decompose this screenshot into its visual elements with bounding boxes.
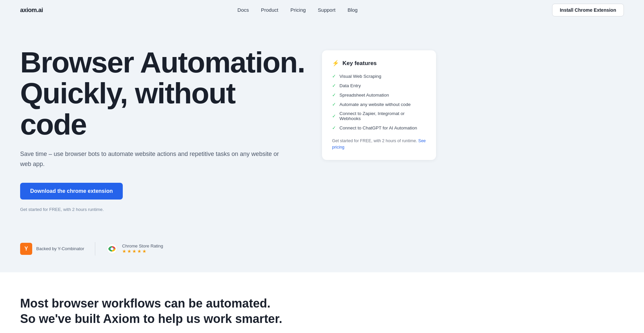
bottom-headline: Most browser workflows can be automated.… — [20, 296, 624, 327]
feature-label-3: Spreadsheet Automation — [339, 93, 389, 98]
chrome-badge: Chrome Store Rating ★★★★★ — [106, 243, 163, 255]
lightning-icon: ⚡ — [332, 60, 339, 67]
nav-item-docs[interactable]: Docs — [237, 7, 249, 13]
hero-subtext: Save time – use browser bots to automate… — [20, 149, 282, 169]
yc-badge: Y Backed by Y-Combinator — [20, 243, 84, 255]
check-icon-1: ✓ — [332, 73, 336, 79]
yc-icon: Y — [20, 243, 32, 255]
hero-left: Browser Automation. Quickly, without cod… — [20, 47, 322, 212]
check-icon-6: ✓ — [332, 125, 336, 130]
feature-label-5: Connect to Zapier, Integromat or Webhook… — [339, 111, 426, 121]
bottom-headline-line2: So we've built Axiom to help us work sma… — [20, 312, 282, 326]
feature-item-6: ✓ Connect to ChatGPT for AI Automation — [332, 125, 426, 130]
key-features-heading: Key features — [342, 60, 377, 67]
download-extension-button[interactable]: Download the chrome extension — [20, 183, 123, 200]
feature-item-2: ✓ Data Entry — [332, 83, 426, 88]
nav-links: Docs Product Pricing Support Blog — [237, 7, 358, 13]
nav-item-blog[interactable]: Blog — [347, 7, 358, 13]
hero-headline-line1: Browser Automation. — [20, 46, 305, 79]
hero-headline-line2: Quickly, without code — [20, 76, 235, 141]
check-icon-4: ✓ — [332, 102, 336, 107]
check-icon-3: ✓ — [332, 92, 336, 98]
nav-item-support[interactable]: Support — [318, 7, 336, 13]
logo[interactable]: axiom.ai — [20, 7, 43, 14]
feature-label-4: Automate any website without code — [339, 102, 411, 107]
bottom-headline-line1: Most browser workflows can be automated. — [20, 296, 270, 310]
feature-list: ✓ Visual Web Scraping ✓ Data Entry ✓ Spr… — [332, 73, 426, 130]
feature-label-1: Visual Web Scraping — [339, 74, 381, 79]
check-icon-5: ✓ — [332, 113, 336, 119]
nav-item-pricing[interactable]: Pricing — [290, 7, 306, 13]
feature-item-3: ✓ Spreadsheet Automation — [332, 92, 426, 98]
badges-section: Y Backed by Y-Combinator Chrome Store Ra… — [0, 232, 644, 272]
feature-item-4: ✓ Automate any website without code — [332, 102, 426, 107]
feature-item-5: ✓ Connect to Zapier, Integromat or Webho… — [332, 111, 426, 121]
bottom-section: Most browser workflows can be automated.… — [0, 272, 644, 333]
chrome-badge-info: Chrome Store Rating ★★★★★ — [122, 243, 163, 254]
chrome-store-label: Chrome Store Rating — [122, 243, 163, 248]
nav-item-product[interactable]: Product — [261, 7, 278, 13]
check-icon-2: ✓ — [332, 83, 336, 88]
feature-label-6: Connect to ChatGPT for AI Automation — [339, 125, 417, 130]
features-footer-text: Get started for FREE, with 2 hours of ru… — [332, 138, 417, 143]
key-features-title: ⚡ Key features — [332, 60, 426, 67]
navbar: axiom.ai Docs Product Pricing Support Bl… — [0, 0, 644, 20]
feature-label-2: Data Entry — [339, 83, 361, 88]
features-footer: Get started for FREE, with 2 hours of ru… — [332, 138, 426, 151]
svg-point-2 — [111, 247, 113, 250]
hero-right: ⚡ Key features ✓ Visual Web Scraping ✓ D… — [322, 47, 436, 212]
chrome-stars: ★★★★★ — [122, 248, 163, 254]
badge-divider — [95, 242, 95, 256]
chrome-icon — [106, 243, 118, 255]
install-extension-button[interactable]: Install Chrome Extension — [552, 4, 624, 16]
hero-section: Browser Automation. Quickly, without cod… — [0, 20, 644, 232]
key-features-card: ⚡ Key features ✓ Visual Web Scraping ✓ D… — [322, 50, 436, 160]
hero-cta-note: Get started for FREE, with 2 hours runti… — [20, 207, 309, 212]
hero-headline: Browser Automation. Quickly, without cod… — [20, 47, 309, 140]
yc-label: Backed by Y-Combinator — [36, 246, 84, 251]
feature-item-1: ✓ Visual Web Scraping — [332, 73, 426, 79]
